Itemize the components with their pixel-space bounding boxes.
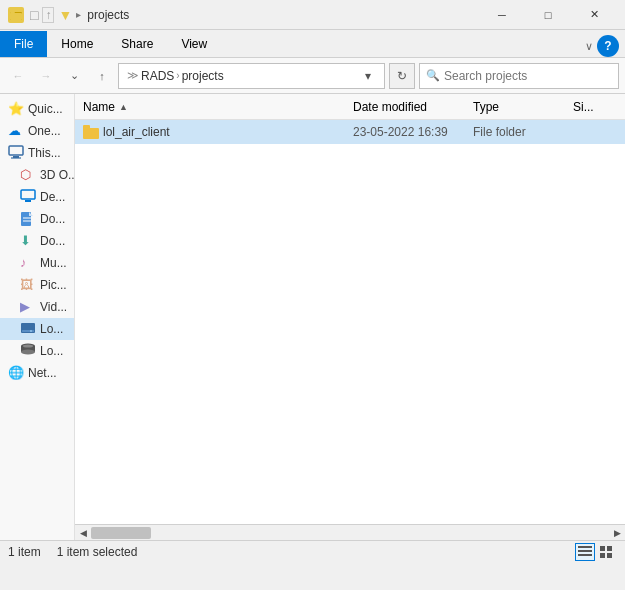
col-header-type[interactable]: Type: [465, 100, 565, 114]
file-date-cell: 23-05-2022 16:39: [345, 125, 465, 139]
sidebar-item-thispc[interactable]: This...: [0, 142, 74, 164]
sidebar-item-videos[interactable]: ▶ Vid...: [0, 296, 74, 318]
close-button[interactable]: ✕: [571, 0, 617, 30]
svg-rect-24: [600, 553, 605, 558]
network-icon: 🌐: [8, 365, 24, 381]
svg-marker-9: [29, 212, 33, 216]
tab-view[interactable]: View: [167, 31, 221, 57]
main-area: ⭐ Quic... ☁ One... This... ⬡ 3D O...: [0, 94, 625, 540]
videos-icon: ▶: [20, 299, 36, 315]
scroll-left-button[interactable]: ◀: [75, 525, 91, 541]
scroll-right-button[interactable]: ▶: [609, 525, 625, 541]
large-icons-view-button[interactable]: [597, 543, 617, 561]
svg-rect-19: [578, 546, 592, 548]
tab-share[interactable]: Share: [107, 31, 167, 57]
file-area: Name ▲ Date modified Type Si...: [75, 94, 625, 540]
col-header-date[interactable]: Date modified: [345, 100, 465, 114]
search-input[interactable]: [444, 69, 612, 83]
folder-icon: [83, 125, 99, 139]
address-bar[interactable]: ≫ RADS › projects ▾: [118, 63, 385, 89]
maximize-button[interactable]: □: [525, 0, 571, 30]
scroll-track[interactable]: [91, 525, 609, 540]
help-button[interactable]: ?: [597, 35, 619, 57]
pictures-icon: 🖼: [20, 277, 36, 293]
sidebar-item-downloads[interactable]: ⬇ Do...: [0, 230, 74, 252]
search-bar[interactable]: 🔍: [419, 63, 619, 89]
status-info: 1 item 1 item selected: [8, 545, 137, 559]
sort-arrow-icon: ▲: [119, 102, 128, 112]
sidebar-label-music: Mu...: [40, 256, 67, 270]
svg-point-18: [23, 345, 33, 348]
file-name: lol_air_client: [103, 125, 170, 139]
file-type: File folder: [473, 125, 526, 139]
address-dropdown-button[interactable]: ▾: [360, 64, 376, 88]
horizontal-scrollbar[interactable]: ◀ ▶: [75, 524, 625, 540]
back-button[interactable]: ←: [6, 64, 30, 88]
file-name-cell: lol_air_client: [75, 125, 345, 139]
sidebar-item-quickaccess[interactable]: ⭐ Quic...: [0, 98, 74, 120]
title-folder-icon: [8, 7, 24, 23]
svg-rect-22: [600, 546, 605, 551]
forward-button[interactable]: →: [34, 64, 58, 88]
sidebar-label-quickaccess: Quic...: [28, 102, 63, 116]
3d-icon: ⬡: [20, 167, 36, 183]
recent-locations-button[interactable]: ⌄: [62, 64, 86, 88]
address-bar-row: ← → ⌄ ↑ ≫ RADS › projects ▾ ↻ 🔍: [0, 58, 625, 94]
tab-file[interactable]: File: [0, 31, 47, 57]
up-button[interactable]: ↑: [90, 64, 114, 88]
svg-rect-13: [22, 330, 34, 332]
cloud-icon: ☁: [8, 123, 24, 139]
sidebar-item-localdisk[interactable]: Lo...: [0, 318, 74, 340]
sidebar-item-onedrive[interactable]: ☁ One...: [0, 120, 74, 142]
ribbon-tabs: File Home Share View ∨ ?: [0, 30, 625, 58]
titlebar-mini-icons: □ ↑ ▼ ▸: [30, 7, 81, 23]
minimize-button[interactable]: ─: [479, 0, 525, 30]
sidebar-label-thispc: This...: [28, 146, 61, 160]
svg-rect-20: [578, 550, 592, 552]
sidebar-item-documents[interactable]: Do...: [0, 208, 74, 230]
col-header-name[interactable]: Name ▲: [75, 100, 345, 114]
sidebar-label-network: Net...: [28, 366, 57, 380]
breadcrumb-projects[interactable]: projects: [182, 69, 224, 83]
pc-icon: [8, 145, 24, 161]
window-title: projects: [87, 8, 129, 22]
sidebar-label-downloads: Do...: [40, 234, 65, 248]
sidebar-label-localdisk: Lo...: [40, 322, 63, 336]
sidebar-label-onedrive: One...: [28, 124, 61, 138]
sidebar-item-pictures[interactable]: 🖼 Pic...: [0, 274, 74, 296]
title-bar: □ ↑ ▼ ▸ projects ─ □ ✕: [0, 0, 625, 30]
svg-rect-14: [30, 331, 32, 332]
sidebar-item-music[interactable]: ♪ Mu...: [0, 252, 74, 274]
details-view-button[interactable]: [575, 543, 595, 561]
svg-rect-25: [607, 553, 612, 558]
svg-rect-2: [10, 13, 22, 20]
sidebar-label-localdisk2: Lo...: [40, 344, 63, 358]
item-count: 1 item: [8, 545, 41, 559]
svg-rect-6: [21, 190, 35, 199]
sidebar-label-docs: Do...: [40, 212, 65, 226]
downloads-icon: ⬇: [20, 233, 36, 249]
tab-home[interactable]: Home: [47, 31, 107, 57]
breadcrumb: ≫ RADS › projects: [127, 69, 356, 83]
svg-rect-23: [607, 546, 612, 551]
sidebar-item-desktop[interactable]: De...: [0, 186, 74, 208]
localdisk-icon: [20, 321, 36, 337]
star-icon: ⭐: [8, 101, 24, 117]
sidebar-item-3dobjects[interactable]: ⬡ 3D O...: [0, 164, 74, 186]
svg-rect-21: [578, 554, 592, 556]
table-row[interactable]: lol_air_client 23-05-2022 16:39 File fol…: [75, 120, 625, 144]
refresh-button[interactable]: ↻: [389, 63, 415, 89]
breadcrumb-rads[interactable]: RADS: [141, 69, 174, 83]
docs-icon: [20, 211, 36, 227]
svg-rect-3: [9, 146, 23, 155]
scroll-thumb[interactable]: [91, 527, 151, 539]
sidebar-label-desktop: De...: [40, 190, 65, 204]
status-bar: 1 item 1 item selected: [0, 540, 625, 562]
col-header-size[interactable]: Si...: [565, 100, 625, 114]
sidebar-item-localdisk2[interactable]: Lo...: [0, 340, 74, 362]
svg-point-17: [21, 350, 35, 355]
music-icon: ♪: [20, 255, 36, 271]
file-date: 23-05-2022 16:39: [353, 125, 448, 139]
sidebar-item-network[interactable]: 🌐 Net...: [0, 362, 74, 384]
localdisk2-icon: [20, 343, 36, 359]
